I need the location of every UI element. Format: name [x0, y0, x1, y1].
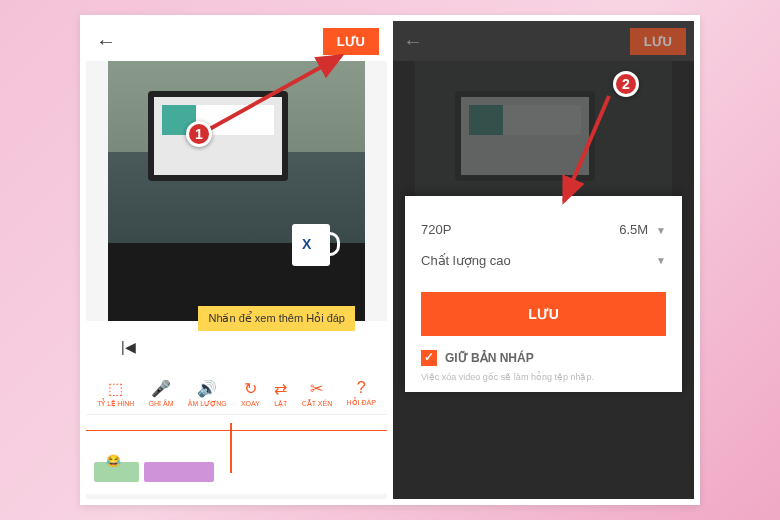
chevron-down-icon: ▼ [656, 225, 666, 236]
annotation-arrow-2 [554, 91, 624, 215]
timeline[interactable]: 😂 [86, 414, 387, 494]
annotation-arrow-1 [201, 51, 351, 145]
clip-2[interactable] [144, 462, 214, 482]
flip-icon: ⇄ [274, 379, 287, 398]
help-tooltip[interactable]: Nhấn để xem thêm Hỏi đáp [198, 306, 355, 331]
annotation-badge-2: 2 [613, 71, 639, 97]
tool-crop[interactable]: ✂CẮT XÉN [302, 379, 333, 408]
chevron-down-icon: ▼ [656, 255, 666, 266]
mug-graphic: X [292, 224, 330, 266]
export-modal: 720P 6.5M▼ Chất lượng cao ▼ LƯU GIỮ BẢN … [405, 196, 682, 392]
draft-checkbox[interactable] [421, 350, 437, 366]
draft-hint: Việc xóa video gốc sẽ làm hỏng tệp nhập. [421, 372, 666, 382]
save-button-dim: LƯU [630, 28, 686, 55]
playhead[interactable] [230, 423, 232, 473]
tool-volume[interactable]: 🔊ÂM LƯỢNG [188, 379, 227, 408]
timeline-track [86, 430, 387, 431]
tool-help[interactable]: ?HỎI ĐÁP [346, 379, 375, 408]
help-icon: ? [357, 379, 366, 397]
rotate-icon: ↻ [244, 379, 257, 398]
keep-draft-row[interactable]: GIỮ BẢN NHÁP [421, 350, 666, 366]
tool-rotate[interactable]: ↻XOAY [241, 379, 260, 408]
editor-screen: ← LƯU X Nhấn để xem thêm Hỏi đáp |◀ ⬚TỶ … [86, 21, 387, 499]
file-size: 6.5M [619, 222, 648, 237]
top-bar-dim: ← LƯU [393, 21, 694, 61]
svg-line-1 [564, 96, 609, 201]
quality-value: Chất lượng cao [421, 253, 511, 268]
volume-icon: 🔊 [197, 379, 217, 398]
export-save-button[interactable]: LƯU [421, 292, 666, 336]
resolution-value: 720P [421, 222, 451, 237]
crop-icon: ✂ [310, 379, 323, 398]
quality-row[interactable]: Chất lượng cao ▼ [421, 245, 666, 276]
annotation-badge-1: 1 [186, 121, 212, 147]
tool-record[interactable]: 🎤GHI ÂM [149, 379, 174, 408]
back-icon: ← [401, 29, 425, 53]
aspect-icon: ⬚ [108, 379, 123, 398]
draft-label: GIỮ BẢN NHÁP [445, 351, 534, 365]
prev-icon[interactable]: |◀ [121, 339, 136, 355]
resolution-row[interactable]: 720P 6.5M▼ [421, 214, 666, 245]
svg-line-0 [206, 56, 341, 131]
mic-icon: 🎤 [151, 379, 171, 398]
tool-aspect[interactable]: ⬚TỶ LỆ HÌNH [97, 379, 134, 408]
tool-bar: ⬚TỶ LỆ HÌNH 🎤GHI ÂM 🔊ÂM LƯỢNG ↻XOAY ⇄LẬT… [86, 373, 387, 414]
back-icon[interactable]: ← [94, 29, 118, 53]
tutorial-frame: ← LƯU X Nhấn để xem thêm Hỏi đáp |◀ ⬚TỶ … [80, 15, 700, 505]
clip-1[interactable]: 😂 [94, 462, 139, 482]
tool-flip[interactable]: ⇄LẬT [274, 379, 287, 408]
export-screen: ← LƯU 720P 6.5M▼ Chất lượng cao ▼ LƯU GI… [393, 21, 694, 499]
